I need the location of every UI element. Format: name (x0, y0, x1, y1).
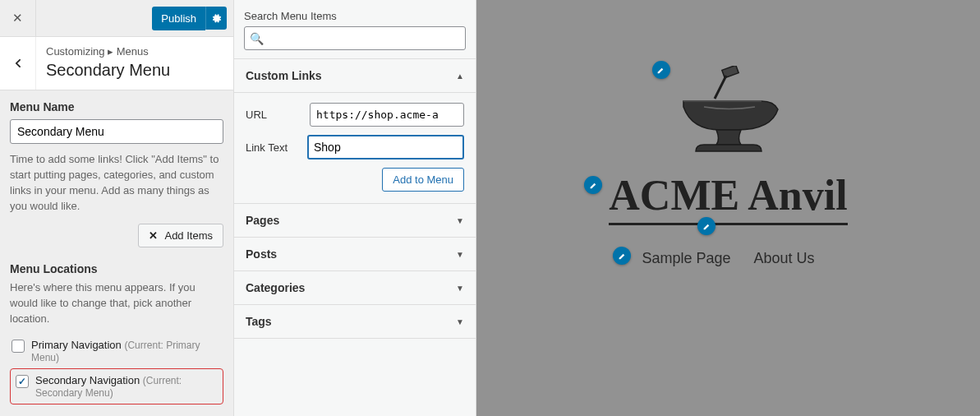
gear-icon (211, 13, 222, 24)
location-label: Secondary Navigation (35, 374, 140, 386)
custom-links-body: URL Link Text Add to Menu (234, 93, 476, 204)
nav-link-about-us[interactable]: About Us (754, 250, 815, 267)
page-title: Secondary Menu (46, 61, 223, 80)
panel-body: Menu Name Time to add some links! Click … (0, 90, 233, 416)
chevron-down-icon: ▼ (456, 317, 464, 326)
add-items-label: Add Items (164, 229, 213, 242)
anvil-icon (675, 66, 782, 152)
customizer-panel: ✕ Publish Customizing ▸ Menus Secondary … (0, 0, 234, 416)
accordion-pages[interactable]: Pages ▼ (234, 204, 476, 238)
pencil-icon (589, 181, 598, 190)
link-text-label: Link Text (246, 141, 301, 154)
preview-nav: Sample Page About Us (642, 250, 814, 267)
help-text: Time to add some links! Click "Add Items… (10, 152, 223, 214)
accordion-label: Custom Links (246, 69, 322, 82)
menu-name-input[interactable] (10, 119, 223, 144)
chevron-up-icon: ▲ (456, 72, 464, 81)
accordion-custom-links[interactable]: Custom Links ▲ (234, 59, 476, 93)
site-title[interactable]: ACME Anvil (609, 171, 847, 225)
search-wrap: Search Menu Items 🔍 (234, 0, 476, 59)
svg-line-1 (715, 76, 726, 99)
menu-locations-help: Here's where this menu appears. If you w… (10, 280, 223, 327)
nav-link-sample-page[interactable]: Sample Page (642, 250, 730, 267)
breadcrumb: Customizing ▸ Menus Secondary Menu (36, 37, 233, 90)
add-to-menu-button[interactable]: Add to Menu (382, 168, 464, 192)
publish-group: Publish (152, 0, 233, 36)
pencil-icon (702, 222, 711, 231)
search-label: Search Menu Items (244, 10, 466, 22)
accordion-posts[interactable]: Posts ▼ (234, 238, 476, 271)
close-icon: ✕ (12, 11, 23, 25)
pencil-icon (656, 66, 665, 75)
location-label: Primary Navigation (31, 339, 122, 351)
accordion-tags[interactable]: Tags ▼ (234, 305, 476, 339)
location-primary-navigation[interactable]: Primary Navigation (Current: Primary Men… (10, 335, 223, 368)
search-icon: 🔍 (250, 32, 264, 45)
location-secondary-navigation[interactable]: Secondary Navigation (Current: Secondary… (10, 368, 223, 404)
close-icon: ✕ (149, 229, 158, 242)
search-input[interactable] (244, 26, 466, 50)
close-customizer-button[interactable]: ✕ (0, 0, 36, 36)
add-items-row: ✕ Add Items (10, 224, 223, 247)
menu-locations-label: Menu Locations (10, 262, 223, 275)
top-bar: ✕ Publish (0, 0, 233, 37)
accordion-label: Categories (246, 281, 305, 294)
items-panel: Search Menu Items 🔍 Custom Links ▲ URL L… (234, 0, 476, 416)
edit-shortcut-logo[interactable] (652, 61, 670, 79)
chevron-down-icon: ▼ (456, 216, 464, 225)
site-preview: ACME Anvil Sample Page About Us (476, 0, 980, 416)
add-items-button[interactable]: ✕ Add Items (138, 224, 223, 247)
back-button[interactable] (0, 37, 36, 90)
checkbox[interactable] (12, 340, 25, 353)
breadcrumb-section: Menus (117, 45, 149, 58)
chevron-left-icon (12, 58, 24, 69)
breadcrumb-root: Customizing (46, 45, 105, 58)
section-header: Customizing ▸ Menus Secondary Menu (0, 37, 233, 90)
pencil-icon (618, 252, 627, 261)
checkbox[interactable] (16, 375, 29, 388)
edit-shortcut-title[interactable] (584, 176, 602, 194)
url-input[interactable] (310, 103, 464, 127)
chevron-down-icon: ▼ (456, 250, 464, 259)
url-label: URL (246, 109, 303, 121)
svg-rect-0 (721, 66, 738, 78)
accordion-label: Pages (246, 214, 279, 227)
accordion-label: Tags (246, 315, 272, 328)
menu-name-label: Menu Name (10, 100, 223, 113)
publish-button[interactable]: Publish (152, 7, 205, 30)
edit-shortcut-nav-top[interactable] (697, 217, 715, 235)
accordion-label: Posts (246, 247, 277, 261)
spacer (36, 0, 152, 36)
site-logo (675, 66, 782, 155)
accordion-categories[interactable]: Categories ▼ (234, 271, 476, 305)
edit-shortcut-nav-left[interactable] (613, 247, 631, 265)
link-text-input[interactable] (307, 135, 464, 159)
publish-settings-button[interactable] (205, 7, 227, 30)
breadcrumb-separator-icon: ▸ (108, 45, 117, 58)
chevron-down-icon: ▼ (456, 284, 464, 293)
